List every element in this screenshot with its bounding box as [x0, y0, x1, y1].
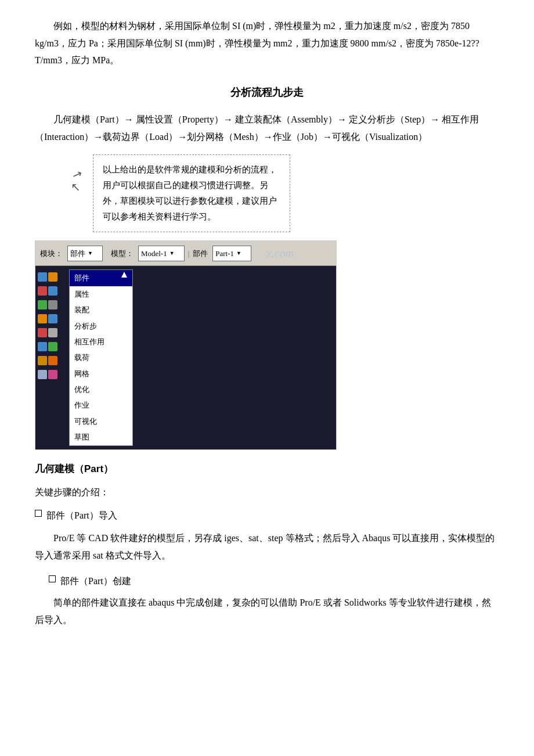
bullet1-label: 部件（Part）导入	[46, 507, 117, 524]
icon-property-1	[38, 286, 47, 296]
menu-item-interaction[interactable]: 相互作用	[70, 334, 132, 350]
flow-paragraph: 几何建模（Part）→ 属性设置（Property）→ 建立装配体（Assemb…	[35, 111, 499, 145]
menu-item-vis[interactable]: 可视化	[70, 413, 132, 429]
icon-interaction-1	[38, 328, 47, 337]
icon-step-2	[48, 314, 57, 323]
icon-step-1	[38, 314, 47, 323]
bullet-item-import: 部件（Part）导入	[35, 507, 499, 524]
bullet-square-2	[49, 575, 56, 582]
menu-item-step[interactable]: 分析步	[70, 318, 132, 334]
module-select[interactable]: 部件	[67, 246, 103, 261]
dropdown-menu[interactable]: 部件 属性 装配 分析步 相互作用 载荷 网格 优化 作业 可视化 草图	[69, 269, 133, 445]
menu-item-optimize[interactable]: 优化	[70, 381, 132, 397]
icon-load-1	[38, 342, 47, 351]
intro-paragraph: 例如，模型的材料为钢材，采用国际单位制 SI (m)时，弹性模量为 m2，重力加…	[35, 17, 499, 69]
menu-item-property[interactable]: 属性	[70, 286, 132, 302]
icon-interaction-2	[48, 328, 57, 337]
icon-load-2	[48, 342, 57, 351]
note-curve-icon: ↖	[71, 177, 81, 197]
module-label: 模块：	[40, 247, 63, 260]
icon-assembly	[38, 300, 47, 309]
key-steps-intro: 关键步骤的介绍：	[35, 484, 499, 501]
note-box-wrapper: ↙ ↖ 以上给出的是软件常规的建模和分析的流程，用户可以根据自己的建模习惯进行调…	[70, 154, 499, 232]
bullet1-text: Pro/E 等 CAD 软件建好的模型后，另存成 iges、sat、step 等…	[35, 530, 499, 564]
model-select[interactable]: Model-1	[138, 246, 185, 261]
part-label: 部件	[193, 247, 208, 260]
menu-item-mesh[interactable]: 网格	[70, 366, 132, 381]
icon-part-2	[48, 272, 57, 282]
icon-assembly-2	[48, 300, 57, 309]
screenshot-menu-area: 部件 属性 装配 分析步 相互作用 载荷 网格 优化 作业 可视化 草图	[35, 266, 336, 449]
menu-item-load[interactable]: 载荷	[70, 350, 132, 365]
bullet-square-1	[35, 510, 42, 517]
icon-mesh-2	[48, 356, 57, 365]
cursor-icon	[121, 272, 127, 278]
bullet2-text: 简单的部件建议直接在 abaqus 中完成创建，复杂的可以借助 Pro/E 或者…	[35, 594, 499, 628]
screenshot-container: 模块： 部件 模型： Model-1 | 部件 Part-1 x.com	[35, 240, 337, 449]
icon-property-2	[48, 286, 57, 296]
icon-vis	[48, 370, 57, 379]
icons-column	[35, 269, 68, 445]
menu-item-assembly[interactable]: 装配	[70, 302, 132, 318]
bullet2-label: 部件（Part）创建	[60, 573, 131, 590]
icon-job	[38, 370, 47, 379]
menu-item-sketch[interactable]: 草图	[70, 429, 132, 445]
part-select[interactable]: Part-1	[212, 246, 251, 261]
note-box-text: 以上给出的是软件常规的建模和分析的流程，用户可以根据自己的建模习惯进行调整。另外…	[103, 162, 280, 225]
icon-part-1	[38, 272, 47, 282]
bullet-item-create: 部件（Part）创建	[49, 573, 499, 590]
note-box: 以上给出的是软件常规的建模和分析的流程，用户可以根据自己的建模习惯进行调整。另外…	[93, 154, 290, 232]
screenshot-toolbar: 模块： 部件 模型： Model-1 | 部件 Part-1 x.com	[35, 241, 336, 266]
watermark: x.com	[266, 243, 294, 264]
section-title: 分析流程九步走	[35, 83, 499, 102]
icon-mesh-1	[38, 356, 47, 365]
geo-section-title: 几何建模（Part）	[35, 460, 499, 478]
menu-item-job[interactable]: 作业	[70, 397, 132, 413]
model-label: 模型：	[111, 247, 134, 260]
